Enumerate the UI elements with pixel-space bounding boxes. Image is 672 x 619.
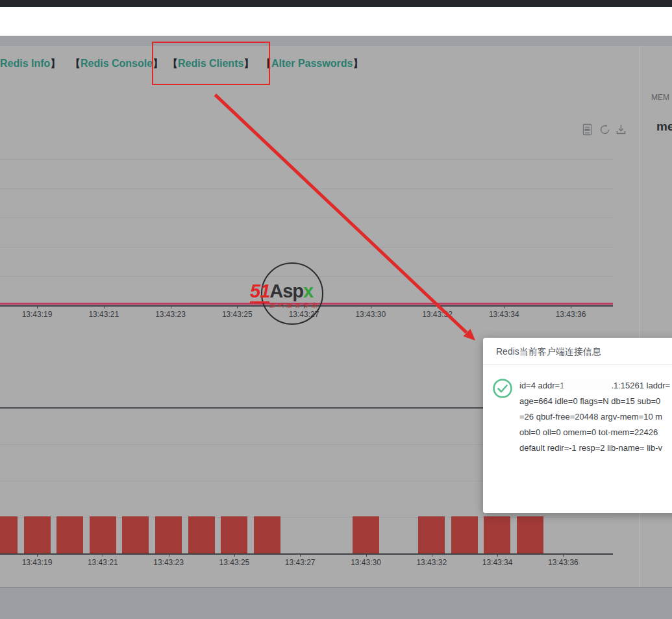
watermark-logo: 51Aspx [250, 281, 313, 302]
client-info-line: id=4 addr=1.1:15261 laddr= [519, 378, 670, 394]
axis-tick-label: 13:43:32 [409, 558, 454, 567]
axis-tick-label: 13:43:34 [481, 310, 527, 319]
bar [122, 516, 149, 553]
axis-tick [171, 305, 171, 309]
redacted-address [565, 382, 610, 390]
bar [0, 516, 18, 553]
right-panel-metric: me [656, 120, 672, 134]
bar [24, 516, 51, 553]
dialog-divider [483, 364, 672, 365]
bracket: 】 [353, 58, 363, 69]
tab-label: Redis Info [0, 58, 50, 69]
tab-label: Redis Console [81, 58, 153, 69]
gridline [0, 247, 613, 247]
bracket: 【 [70, 58, 81, 69]
axis-tick-label: 13:43:19 [14, 558, 60, 567]
tab-redis-info[interactable]: 【Redis Info】 [0, 57, 60, 71]
axis-tick-label: 13:43:30 [343, 558, 389, 567]
client-info-line: default redir=-1 resp=2 lib-name= lib-v [519, 440, 670, 456]
bracket: 】 [50, 58, 60, 69]
restore-icon[interactable] [599, 123, 610, 136]
success-icon [492, 378, 513, 399]
x-axis-line [0, 553, 613, 555]
axis-tick [571, 305, 571, 309]
axis-tick [169, 553, 169, 557]
save-image-icon[interactable] [616, 123, 627, 136]
axis-tick-label: 13:43:21 [80, 558, 125, 567]
gridline [0, 218, 613, 218]
header-white-bar [0, 7, 672, 36]
tab-label: Alter Passwords [271, 58, 353, 69]
bar [451, 516, 478, 553]
axis-tick [37, 305, 38, 309]
client-info-text: id=4 addr=1.1:15261 laddr= age=664 idle=… [519, 378, 670, 456]
tab-redis-console[interactable]: 【Redis Console】 [70, 57, 163, 71]
bar [155, 516, 182, 553]
bar [56, 516, 83, 553]
axis-tick-label: 13:43:25 [214, 310, 260, 319]
axis-tick [300, 553, 301, 557]
chart-toolbox [582, 123, 627, 136]
axis-tick [37, 553, 38, 557]
bar [90, 516, 116, 553]
logo-asp: Asp [269, 281, 303, 301]
bar [484, 516, 510, 553]
axis-tick [103, 553, 103, 557]
right-panel-header: MEM [651, 93, 669, 102]
axis-tick-label: 13:43:36 [548, 310, 593, 319]
annotation-highlight-box [152, 42, 270, 85]
axis-tick [497, 553, 498, 557]
data-view-icon[interactable] [582, 123, 593, 136]
dialog-title: Redis当前客户端连接信息 [496, 346, 601, 358]
axis-tick-label: 13:43:34 [475, 558, 520, 567]
watermark-subtitle: 源码服务专家 [259, 301, 330, 310]
axis-tick [371, 305, 371, 309]
axis-tick [504, 305, 504, 309]
page: 【Redis Info】 【Redis Console】 【Redis Clie… [0, 0, 672, 619]
axis-tick-label: 13:43:27 [277, 558, 323, 567]
client-info-segment: .1:15261 laddr= [611, 381, 670, 390]
nav-band [0, 36, 672, 46]
axis-tick-label: 13:43:25 [212, 558, 257, 567]
footer-bar [0, 587, 672, 619]
axis-tick-label: 13:43:23 [146, 558, 192, 567]
axis-tick-label: 13:43:36 [540, 558, 586, 567]
axis-tick-label: 13:43:23 [148, 310, 193, 319]
axis-tick [237, 305, 238, 309]
bar [188, 516, 215, 553]
top-bar [0, 0, 672, 7]
axis-tick-label: 13:43:19 [14, 310, 60, 319]
gridline [0, 188, 613, 189]
axis-tick-label: 13:43:30 [348, 310, 393, 319]
axis-tick-label: 13:43:21 [81, 310, 127, 319]
axis-tick [234, 553, 235, 557]
redis-clients-dialog: Redis当前客户端连接信息 id=4 addr=1.1:15261 laddr… [483, 338, 672, 513]
bar [221, 516, 247, 553]
tab-alter-passwords[interactable]: 【Alter Passwords】 [261, 57, 363, 71]
logo-x: x [303, 281, 313, 301]
bar [353, 516, 379, 553]
axis-tick [104, 305, 105, 309]
client-info-line: age=664 idle=0 flags=N db=15 sub=0 [519, 394, 670, 409]
bar [254, 516, 280, 553]
axis-tick [563, 553, 564, 557]
axis-tick [366, 553, 367, 557]
gridline [0, 159, 613, 160]
client-info-line: =26 qbuf-free=20448 argv-mem=10 m [519, 409, 670, 425]
client-info-segment: id=4 addr=1 [519, 381, 564, 390]
bar [517, 516, 543, 553]
bar [418, 516, 445, 553]
client-info-line: obl=0 oll=0 omem=0 tot-mem=22426 [519, 425, 670, 440]
logo-51: 51 [250, 281, 269, 303]
axis-tick [432, 553, 432, 557]
